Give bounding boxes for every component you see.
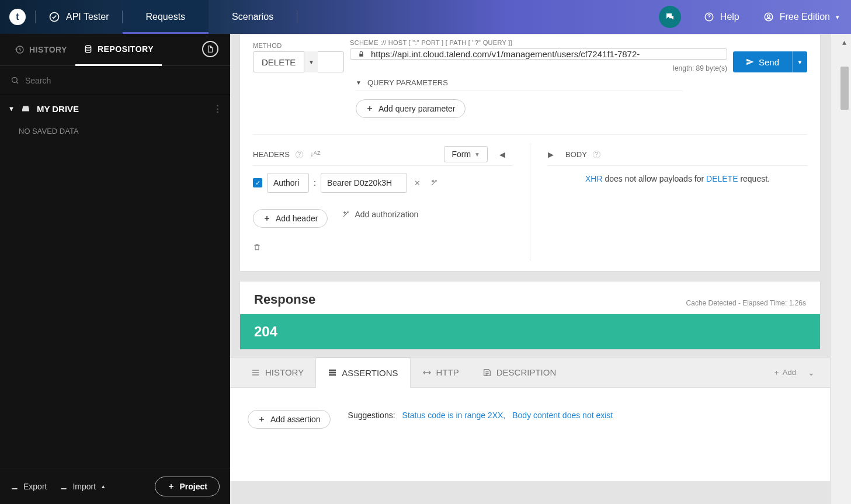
import-button[interactable]: Import ▲ <box>60 482 106 491</box>
send-button[interactable]: Send <box>733 51 792 72</box>
response-meta: Cache Detected - Elapsed Time: 1.26s <box>686 299 806 307</box>
add-authorization-link[interactable]: Add authorization <box>342 210 418 219</box>
svg-rect-8 <box>329 374 336 376</box>
url-length: length: 89 byte(s) <box>350 64 727 72</box>
svg-rect-7 <box>329 372 336 374</box>
svg-point-3 <box>767 15 770 18</box>
user-icon <box>763 12 774 22</box>
bottom-tab-description[interactable]: DESCRIPTION <box>471 357 568 388</box>
bottom-tab-history[interactable]: HISTORY <box>239 357 315 388</box>
url-label: SCHEME :// HOST [ ":" PORT ] [ PATH [ "?… <box>350 39 727 46</box>
edition-menu[interactable]: Free Edition ▾ <box>752 12 851 22</box>
remove-header-icon[interactable]: ✕ <box>412 179 423 187</box>
trash-icon[interactable] <box>253 234 512 260</box>
add-header-button[interactable]: ＋ Add header <box>253 209 328 228</box>
header-checkbox[interactable]: ✓ <box>253 178 262 187</box>
header-value-input[interactable]: Bearer D0z20k3H <box>321 173 407 193</box>
bottom-tab-http[interactable]: HTTP <box>411 357 471 388</box>
triangle-down-icon: ▼ <box>356 79 362 86</box>
response-title: Response <box>254 292 315 307</box>
help-icon[interactable]: ? <box>593 151 600 158</box>
body-message: XHR does not allow payloads for DELETE r… <box>548 174 807 183</box>
check-badge-icon <box>48 11 60 23</box>
chevron-down-icon: ▾ <box>836 13 839 21</box>
sidebar-tab-repository[interactable]: REPOSITORY <box>75 34 162 66</box>
chevron-down-icon[interactable]: ⌄ <box>802 368 821 377</box>
bottom-tab-assertions[interactable]: ASSERTIONS <box>315 357 410 388</box>
search-input[interactable] <box>25 76 220 85</box>
help-icon[interactable]: ? <box>296 151 303 158</box>
scroll-thumb[interactable] <box>840 67 849 110</box>
method-label: METHOD <box>253 42 344 49</box>
export-button[interactable]: Export <box>11 482 47 491</box>
method-dropdown-icon[interactable]: ▼ <box>304 51 318 72</box>
help-icon <box>704 12 714 22</box>
chat-icon[interactable] <box>659 6 681 28</box>
suggestion-body-empty[interactable]: Body content does not exist <box>512 411 613 420</box>
help-link[interactable]: Help <box>692 12 751 22</box>
add-assertion-button[interactable]: ＋ Add assertion <box>248 410 331 429</box>
status-code: 204 <box>240 314 820 349</box>
headers-title: HEADERS <box>253 150 290 159</box>
svg-point-5 <box>12 78 18 83</box>
body-title: BODY <box>565 150 587 159</box>
database-icon <box>84 44 93 54</box>
xhr-link[interactable]: XHR <box>585 174 603 183</box>
url-input[interactable]: https://api.int.cloud.talend.com/v1/mana… <box>350 48 727 60</box>
history-icon <box>15 45 25 54</box>
send-dropdown[interactable]: ▼ <box>792 51 807 72</box>
header-mode-select[interactable]: Form ▼ <box>444 146 488 162</box>
tab-scenarios[interactable]: Scenarios <box>209 0 297 34</box>
new-document-button[interactable] <box>202 41 218 57</box>
method-select[interactable]: DELETE ▼ <box>253 51 344 72</box>
app-name-group[interactable]: API Tester <box>36 0 122 34</box>
magic-icon[interactable] <box>428 179 440 187</box>
svg-rect-6 <box>329 370 336 371</box>
lock-icon <box>357 50 365 58</box>
collapse-left-icon[interactable]: ◀ <box>492 150 512 159</box>
app-name: API Tester <box>66 12 109 22</box>
query-params-toggle[interactable]: ▼ QUERY PARAMETERS <box>356 78 807 87</box>
tab-requests[interactable]: Requests <box>123 0 209 34</box>
add-tab-button[interactable]: ＋Add <box>773 367 802 378</box>
no-saved-text: NO SAVED DATA <box>0 122 230 140</box>
drive-icon <box>20 103 31 114</box>
caret-down-icon: ▼ <box>8 105 15 112</box>
sort-icon[interactable]: ↓AZ <box>310 150 321 158</box>
header-name-input[interactable]: Authori <box>267 173 309 193</box>
add-query-param-button[interactable]: ＋ Add query parameter <box>356 99 466 118</box>
search-icon <box>11 76 19 85</box>
more-icon[interactable]: ⋮ <box>213 103 222 114</box>
delete-link[interactable]: DELETE <box>706 174 738 183</box>
expand-right-icon[interactable]: ▶ <box>548 150 561 159</box>
scroll-up-icon[interactable]: ▴ <box>842 37 846 47</box>
project-button[interactable]: ＋ Project <box>155 477 220 496</box>
suggestion-status-2xx[interactable]: Status code is in range 2XX, <box>402 411 506 420</box>
sidebar-tab-history[interactable]: HISTORY <box>7 34 75 66</box>
upload-icon <box>60 482 68 491</box>
app-logo[interactable]: t <box>0 0 35 34</box>
svg-point-4 <box>85 46 91 48</box>
drive-row[interactable]: ▼ MY DRIVE ⋮ <box>0 95 230 122</box>
download-icon <box>11 482 19 491</box>
scrollbar[interactable]: ▴ <box>830 34 851 504</box>
suggestions-label: Suggestions: <box>348 411 395 420</box>
